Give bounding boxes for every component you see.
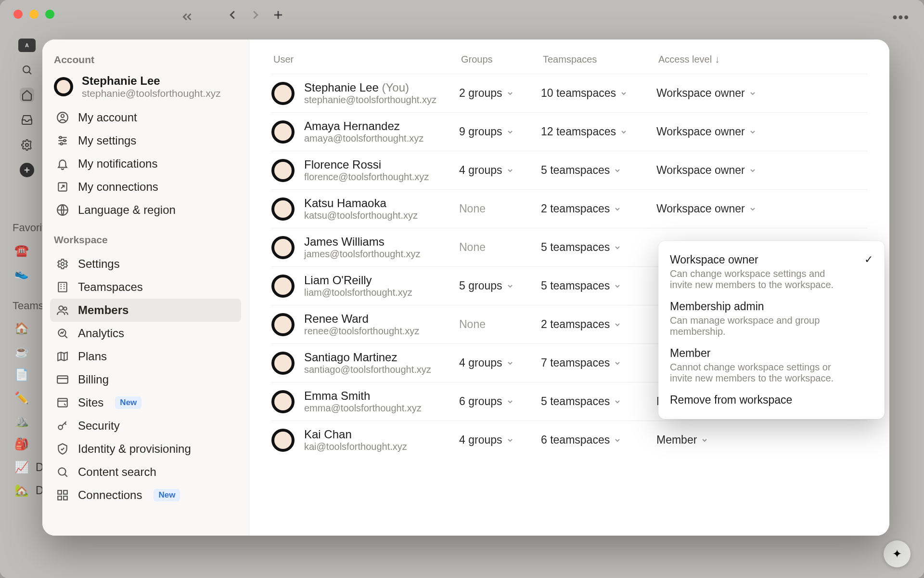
dropdown-option-desc: Can change workspace settings and invite…	[670, 268, 843, 290]
teamspaces-cell[interactable]: 12 teamspaces	[541, 125, 656, 138]
access-cell[interactable]: Workspace owner	[656, 125, 867, 138]
svg-rect-40	[58, 496, 62, 500]
dropdown-option-owner[interactable]: Workspace owner✓ Can change workspace se…	[663, 249, 880, 295]
add-page-icon[interactable]	[20, 163, 34, 177]
access-cell[interactable]: Workspace owner	[656, 202, 867, 215]
nav-plans[interactable]: Plans	[50, 345, 241, 368]
user-name: Stephanie Lee (You)	[304, 81, 436, 94]
user-cell[interactable]: Liam O'Reilly liam@toolsforthought.xyz	[271, 274, 459, 298]
chevron-down-icon	[614, 282, 621, 290]
nav-content-search[interactable]: Content search	[50, 460, 241, 484]
nav-my-account[interactable]: My account	[50, 106, 241, 129]
teamspaces-cell[interactable]: 5 teamspaces	[541, 164, 656, 177]
col-access[interactable]: Access level↓	[658, 54, 867, 65]
svg-point-13	[64, 140, 65, 142]
nav-settings[interactable]: Settings	[50, 252, 241, 276]
user-name: Kai Chan	[304, 428, 407, 441]
new-tab-button[interactable]	[271, 8, 285, 22]
teamspaces-cell[interactable]: 5 teamspaces	[541, 279, 656, 292]
nav-my-connections[interactable]: My connections	[50, 175, 241, 198]
gear-icon	[56, 257, 69, 271]
groups-cell[interactable]: 5 groups	[459, 279, 541, 292]
svg-line-3	[29, 72, 32, 75]
user-name: Florence Rossi	[304, 158, 429, 171]
access-cell[interactable]: Workspace owner	[656, 164, 867, 177]
user-cell[interactable]: Santiago Martinez santiago@toolsforthoug…	[271, 351, 459, 375]
user-cell[interactable]: Renee Ward renee@toolsforthought.xyz	[271, 312, 459, 337]
nav-label: Teamspaces	[78, 280, 143, 294]
profile-row[interactable]: Stephanie Lee stephanie@toolsforthought.…	[50, 72, 241, 106]
user-cell[interactable]: Amaya Hernandez amaya@toolsforthought.xy…	[271, 119, 459, 144]
user-cell[interactable]: Emma Smith emma@toolsforthought.xyz	[271, 389, 459, 414]
dropdown-option-admin[interactable]: Membership admin Can manage workspace an…	[663, 295, 880, 342]
teamspaces-cell[interactable]: 10 teamspaces	[541, 87, 656, 100]
nav-members[interactable]: Members	[50, 299, 241, 322]
teamspaces-cell[interactable]: 2 teamspaces	[541, 202, 656, 215]
forward-button[interactable]	[248, 8, 263, 22]
teamspaces-cell[interactable]: 5 teamspaces	[541, 241, 656, 254]
user-cell[interactable]: James Williams james@toolsforthought.xyz	[271, 235, 459, 260]
groups-cell[interactable]: 4 groups	[459, 164, 541, 177]
home-icon[interactable]	[20, 88, 34, 102]
nav-label: My notifications	[78, 157, 157, 171]
groups-cell[interactable]: 4 groups	[459, 434, 541, 447]
dropdown-option-remove[interactable]: Remove from workspace	[663, 389, 880, 411]
groups-cell[interactable]: None	[459, 241, 541, 254]
minimize-window-button[interactable]	[29, 10, 38, 19]
user-cell[interactable]: Florence Rossi florence@toolsforthought.…	[271, 158, 459, 183]
user-name: Renee Ward	[304, 312, 419, 326]
nav-security[interactable]: Security	[50, 414, 241, 437]
groups-cell[interactable]: None	[459, 202, 541, 215]
back-button[interactable]	[225, 8, 240, 22]
nav-connections[interactable]: Connections New	[50, 484, 241, 507]
col-user[interactable]: User	[273, 54, 461, 65]
search-icon[interactable]	[20, 63, 34, 77]
dropdown-option-title: Remove from workspace	[670, 394, 792, 407]
new-badge: New	[115, 396, 141, 409]
sort-down-icon: ↓	[715, 54, 719, 65]
groups-cell[interactable]: 6 groups	[459, 395, 541, 408]
svg-rect-39	[64, 490, 67, 494]
ai-assistant-button[interactable]: ✦	[884, 540, 911, 567]
user-email: amaya@toolsforthought.xyz	[304, 133, 424, 144]
teamspaces-cell[interactable]: 2 teamspaces	[541, 318, 656, 331]
close-window-button[interactable]	[13, 10, 23, 19]
teamspaces-cell[interactable]: 6 teamspaces	[541, 434, 656, 447]
settings-gear-icon[interactable]	[20, 138, 34, 152]
user-cell[interactable]: Kai Chan kai@toolsforthought.xyz	[271, 428, 459, 452]
nav-billing[interactable]: Billing	[50, 368, 241, 391]
groups-cell[interactable]: None	[459, 318, 541, 331]
col-groups[interactable]: Groups	[461, 54, 543, 65]
nav-identity[interactable]: Identity & provisioning	[50, 437, 241, 460]
access-cell[interactable]: Workspace owner	[656, 87, 867, 100]
nav-sites[interactable]: Sites New	[50, 391, 241, 414]
inbox-icon[interactable]	[20, 113, 34, 127]
workspace-logo[interactable]: A	[18, 39, 36, 52]
collapse-sidebar-icon[interactable]	[180, 10, 194, 24]
svg-point-2	[23, 66, 30, 73]
svg-point-12	[60, 136, 62, 138]
nav-label: Security	[78, 419, 120, 433]
mountain-icon: ⛰️	[14, 414, 29, 428]
chevron-down-icon	[749, 90, 757, 97]
avatar	[271, 313, 295, 336]
nav-analytics[interactable]: Analytics	[50, 322, 241, 345]
nav-my-notifications[interactable]: My notifications	[50, 152, 241, 175]
dropdown-option-member[interactable]: Member Cannot change workspace settings …	[663, 342, 880, 389]
teamspaces-cell[interactable]: 7 teamspaces	[541, 356, 656, 369]
nav-teamspaces[interactable]: Teamspaces	[50, 276, 241, 299]
groups-cell[interactable]: 4 groups	[459, 356, 541, 369]
access-cell[interactable]: Member	[656, 434, 867, 447]
nav-language-region[interactable]: Language & region	[50, 198, 241, 222]
user-cell[interactable]: Katsu Hamaoka katsu@toolsforthought.xyz	[271, 197, 459, 221]
teamspaces-cell[interactable]: 5 teamspaces	[541, 395, 656, 408]
user-cell[interactable]: Stephanie Lee (You) stephanie@toolsforth…	[271, 81, 459, 105]
groups-cell[interactable]: 2 groups	[459, 87, 541, 100]
svg-point-8	[61, 115, 64, 118]
zoom-window-button[interactable]	[45, 10, 54, 19]
chevron-down-icon	[506, 359, 514, 367]
groups-cell[interactable]: 9 groups	[459, 125, 541, 138]
more-menu-icon[interactable]: •••	[893, 10, 910, 25]
col-teamspaces[interactable]: Teamspaces	[543, 54, 658, 65]
nav-my-settings[interactable]: My settings	[50, 129, 241, 152]
